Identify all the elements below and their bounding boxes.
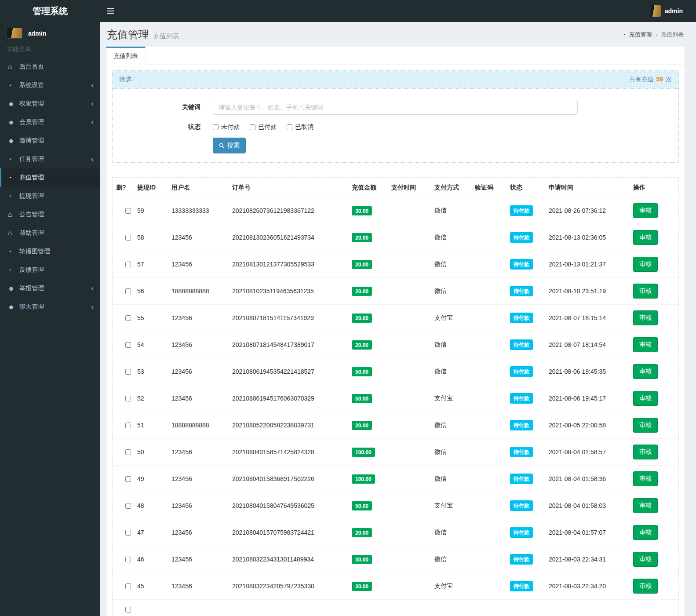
cell-apply-time: 2021-08-13 01:21:37 [545,251,630,278]
cell-apply-time: 2021-08-03 22:34:31 [545,546,630,573]
row-delete-checkbox[interactable] [125,342,131,348]
sidebar-menu-item[interactable]: 后台首页 [0,58,100,76]
cell-amount: 20.00 [348,224,388,251]
audit-button[interactable]: 审核 [633,364,658,379]
row-delete-checkbox[interactable] [125,369,131,375]
cell-username: 123456 [168,519,229,546]
menu-item-label: 充值管理 [19,174,94,182]
cell-username: 123456 [168,439,229,466]
menu-item-icon [8,211,19,219]
column-header: 删? [113,178,134,197]
sidebar-menu-item[interactable]: 会员管理 ‹ [0,113,100,131]
breadcrumb-current: 充值列表 [661,31,684,39]
sidebar-menu-item[interactable]: 邀请管理 [0,131,100,150]
column-header: 提现ID [134,178,168,197]
status-badge: 待付款 [510,393,533,404]
cell-amount: 20.00 [348,305,388,332]
table-row: 51 18888888888 202108052200582238039731 … [113,412,678,439]
sidebar-menu-item[interactable]: 轮播图管理 [0,242,100,261]
row-delete-checkbox[interactable] [125,583,131,589]
menu-item-label: 公告管理 [19,211,94,219]
sidebar-menu-item[interactable]: 反馈管理 [0,261,100,279]
status-option[interactable]: 已付款 [250,123,277,131]
status-option[interactable]: 未付款 [213,123,240,131]
row-delete-checkbox[interactable] [125,476,131,482]
cell-pay-method: 微信 [431,224,471,251]
sidebar-menu-item[interactable]: 任务管理 ‹ [0,150,100,168]
audit-button[interactable]: 审核 [633,579,658,594]
recharge-card: 充值列表 筛选 共有充值 59 次 关键词 [106,47,685,616]
cell-pay-time [388,466,431,492]
sidebar-menu-item[interactable]: 权限管理 ‹ [0,95,100,113]
recharge-total: 共有充值 59 次 [629,76,672,84]
amount-badge: 50.00 [352,367,372,376]
sidebar-toggle-button[interactable] [100,0,120,22]
row-delete-checkbox[interactable] [125,530,131,536]
table-row: 59 13333333333 202108260736121983367122 … [113,197,678,224]
row-delete-checkbox[interactable] [125,235,131,241]
cell-apply-time: 2021-08-04 01:58:36 [545,466,630,492]
sidebar-menu-item[interactable]: 公告管理 [0,205,100,224]
cell-delete [113,224,134,251]
menu-item-label: 任务管理 [19,155,91,163]
table-row: 46 123456 202108032234313011489934 30.00… [113,546,678,573]
sidebar-menu-item[interactable]: 举报管理 ‹ [0,279,100,298]
row-delete-checkbox[interactable] [125,396,131,401]
row-delete-checkbox[interactable] [125,449,131,455]
audit-button[interactable]: 审核 [633,525,658,540]
tab-recharge-list[interactable]: 充值列表 [106,47,146,65]
sidebar-menu-item[interactable]: 帮助管理 [0,224,100,242]
cell-delete [113,332,134,358]
page-wrapper: 充值管理 充值列表 充值管理 > 充值列表 充值列表 筛选 [100,0,696,616]
user-name: admin [665,7,683,15]
breadcrumb-separator: > [655,32,658,37]
sidebar-menu-item[interactable]: 系统设置 ‹ [0,76,100,95]
search-button[interactable]: 搜索 [213,138,246,153]
audit-button[interactable]: 审核 [633,552,658,567]
dashboard-icon [622,31,626,38]
sidebar-menu-item[interactable]: 聊天管理 ‹ [0,298,100,316]
status-checkbox[interactable] [250,124,255,130]
row-delete-checkbox[interactable] [125,288,131,294]
cell-pay-time [388,251,431,278]
breadcrumb-link[interactable]: 充值管理 [629,31,652,39]
cell-action: 审核 [630,385,678,412]
user-menu[interactable]: admin [651,5,696,17]
row-delete-checkbox[interactable] [125,315,131,321]
audit-button[interactable]: 审核 [633,203,658,218]
sidebar-menu-item[interactable]: 提现管理 [0,187,100,205]
cell-status: 待付款 [507,573,545,600]
status-option[interactable]: 已取消 [287,123,313,131]
audit-button[interactable]: 审核 [633,471,658,486]
row-delete-checkbox[interactable] [125,557,131,562]
sidebar-menu-item[interactable]: 充值管理 [0,168,100,187]
row-delete-checkbox[interactable] [125,607,131,612]
status-checkbox[interactable] [213,124,219,130]
audit-button[interactable]: 审核 [633,230,658,245]
row-delete-checkbox[interactable] [125,423,131,428]
audit-button[interactable]: 审核 [633,310,658,325]
row-delete-checkbox[interactable] [125,503,131,509]
audit-button[interactable]: 审核 [633,498,658,513]
audit-button[interactable]: 审核 [633,445,658,459]
row-delete-checkbox[interactable] [125,208,131,214]
cell-pay-method: 微信 [431,197,471,224]
cell-status: 待付款 [507,546,545,573]
audit-button[interactable]: 审核 [633,257,658,272]
app-logo[interactable]: 管理系统 [0,0,100,22]
cell-status: 待付款 [507,305,545,332]
hamburger-icon [107,8,114,9]
row-delete-checkbox[interactable] [125,262,131,267]
keyword-input[interactable] [213,100,578,115]
amount-badge: 20.00 [352,421,372,430]
status-checkbox[interactable] [287,124,292,130]
cell-pay-method: 微信 [431,278,471,305]
audit-button[interactable]: 审核 [633,391,658,406]
table-row: 50 123456 202108040158571425824328 100.0… [113,439,678,466]
audit-button[interactable]: 审核 [633,337,658,352]
audit-button[interactable]: 审核 [633,284,658,299]
audit-button[interactable]: 审核 [633,418,658,433]
cell-delete [113,519,134,546]
cell-pay-method: 支付宝 [431,305,471,332]
cell-action: 审核 [630,197,678,224]
